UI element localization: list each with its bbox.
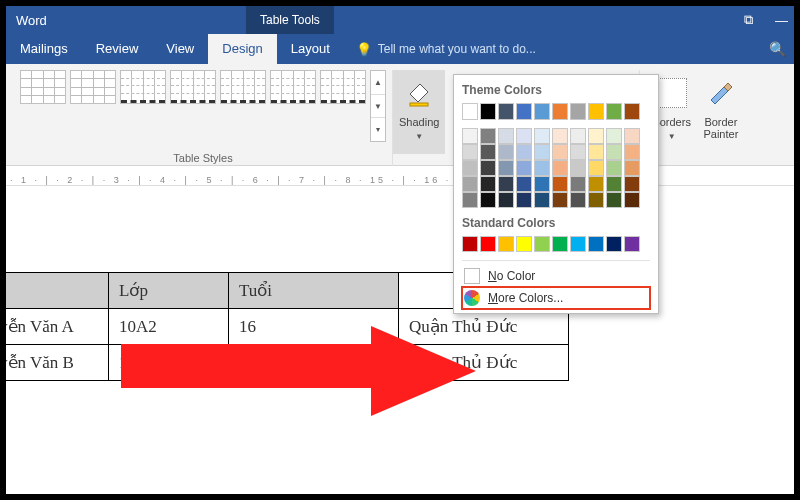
- table-style-thumb[interactable]: [270, 70, 316, 104]
- color-swatch[interactable]: [588, 192, 604, 208]
- color-swatch[interactable]: [462, 160, 478, 176]
- color-swatch[interactable]: [552, 176, 568, 192]
- color-swatch[interactable]: [624, 236, 640, 252]
- tab-mailings[interactable]: Mailings: [6, 34, 82, 64]
- color-swatch[interactable]: [606, 103, 622, 120]
- shading-button[interactable]: Shading ▼: [393, 70, 445, 154]
- color-swatch[interactable]: [480, 144, 496, 160]
- color-swatch[interactable]: [516, 176, 532, 192]
- color-swatch[interactable]: [498, 160, 514, 176]
- color-swatch[interactable]: [570, 236, 586, 252]
- no-color-item[interactable]: No Color: [462, 265, 650, 287]
- color-swatch[interactable]: [534, 103, 550, 120]
- color-swatch[interactable]: [534, 128, 550, 144]
- color-swatch[interactable]: [570, 103, 586, 120]
- color-swatch[interactable]: [552, 103, 568, 120]
- gallery-scroll[interactable]: ▲ ▼ ▾: [370, 70, 386, 142]
- color-swatch[interactable]: [588, 103, 604, 120]
- table-row[interactable]: yễn Văn B 10A2 16 Quận Thủ Đức: [0, 345, 569, 381]
- table-style-thumb[interactable]: [120, 70, 166, 104]
- color-swatch[interactable]: [498, 103, 514, 120]
- color-swatch[interactable]: [588, 128, 604, 144]
- color-swatch[interactable]: [534, 160, 550, 176]
- table-cell[interactable]: yễn Văn B: [0, 345, 109, 381]
- color-swatch[interactable]: [462, 144, 478, 160]
- color-swatch[interactable]: [516, 160, 532, 176]
- color-swatch[interactable]: [624, 128, 640, 144]
- color-swatch[interactable]: [552, 192, 568, 208]
- color-swatch[interactable]: [588, 160, 604, 176]
- color-swatch[interactable]: [462, 176, 478, 192]
- color-swatch[interactable]: [480, 103, 496, 120]
- color-swatch[interactable]: [570, 144, 586, 160]
- color-swatch[interactable]: [534, 144, 550, 160]
- color-swatch[interactable]: [498, 144, 514, 160]
- search-icon[interactable]: 🔍: [764, 34, 790, 64]
- color-swatch[interactable]: [462, 192, 478, 208]
- table-cell[interactable]: 10A2: [109, 309, 229, 345]
- color-swatch[interactable]: [570, 128, 586, 144]
- color-swatch[interactable]: [534, 236, 550, 252]
- tab-view[interactable]: View: [152, 34, 208, 64]
- color-swatch[interactable]: [606, 144, 622, 160]
- color-swatch[interactable]: [480, 236, 496, 252]
- table-style-thumb[interactable]: [320, 70, 366, 104]
- color-swatch[interactable]: [624, 176, 640, 192]
- color-swatch[interactable]: [624, 192, 640, 208]
- table-cell[interactable]: Lớp: [109, 273, 229, 309]
- color-swatch[interactable]: [498, 192, 514, 208]
- table-style-thumb[interactable]: [220, 70, 266, 104]
- gallery-down-icon[interactable]: ▼: [371, 95, 385, 119]
- color-swatch[interactable]: [588, 176, 604, 192]
- color-swatch[interactable]: [606, 192, 622, 208]
- color-swatch[interactable]: [534, 192, 550, 208]
- color-swatch[interactable]: [534, 176, 550, 192]
- color-swatch[interactable]: [480, 160, 496, 176]
- tab-review[interactable]: Review: [82, 34, 153, 64]
- color-swatch[interactable]: [588, 144, 604, 160]
- color-swatch[interactable]: [606, 128, 622, 144]
- color-swatch[interactable]: [498, 236, 514, 252]
- color-swatch[interactable]: [552, 144, 568, 160]
- color-swatch[interactable]: [570, 192, 586, 208]
- color-swatch[interactable]: [480, 176, 496, 192]
- table-cell[interactable]: yễn Văn A: [0, 309, 109, 345]
- table-cell[interactable]: Tuổi: [229, 273, 399, 309]
- color-swatch[interactable]: [516, 128, 532, 144]
- table-cell[interactable]: 10A2: [109, 345, 229, 381]
- color-swatch[interactable]: [606, 176, 622, 192]
- table-cell[interactable]: 16: [229, 345, 399, 381]
- color-swatch[interactable]: [552, 128, 568, 144]
- color-swatch[interactable]: [462, 236, 478, 252]
- table-cell[interactable]: Quận Thủ Đức: [399, 345, 569, 381]
- color-swatch[interactable]: [606, 236, 622, 252]
- color-swatch[interactable]: [606, 160, 622, 176]
- horizontal-ruler[interactable]: · 1 · | · 2 · | · 3 · | · 4 · | · 5 · | …: [6, 166, 794, 186]
- color-swatch[interactable]: [570, 160, 586, 176]
- color-swatch[interactable]: [516, 103, 532, 120]
- table-cell[interactable]: [0, 273, 109, 309]
- color-swatch[interactable]: [480, 128, 496, 144]
- color-swatch[interactable]: [516, 236, 532, 252]
- tab-layout[interactable]: Layout: [277, 34, 344, 64]
- table-style-thumb[interactable]: [70, 70, 116, 104]
- color-swatch[interactable]: [498, 176, 514, 192]
- color-swatch[interactable]: [462, 128, 478, 144]
- color-swatch[interactable]: [552, 160, 568, 176]
- table-style-thumb[interactable]: [20, 70, 66, 104]
- color-swatch[interactable]: [624, 103, 640, 120]
- color-swatch[interactable]: [624, 160, 640, 176]
- color-swatch[interactable]: [552, 236, 568, 252]
- restore-icon[interactable]: ⧉: [744, 12, 753, 28]
- color-swatch[interactable]: [498, 128, 514, 144]
- tell-me-box[interactable]: 💡 Tell me what you want to do...: [344, 34, 548, 64]
- color-swatch[interactable]: [480, 192, 496, 208]
- table-cell[interactable]: 16: [229, 309, 399, 345]
- color-swatch[interactable]: [516, 144, 532, 160]
- color-swatch[interactable]: [516, 192, 532, 208]
- color-swatch[interactable]: [624, 144, 640, 160]
- color-swatch[interactable]: [588, 236, 604, 252]
- table-styles-gallery[interactable]: [20, 70, 366, 142]
- tab-design[interactable]: Design: [208, 34, 276, 64]
- document-area[interactable]: Lớp Tuổi yễn Văn A 10A2 16 Quận Thủ Đức …: [6, 186, 794, 486]
